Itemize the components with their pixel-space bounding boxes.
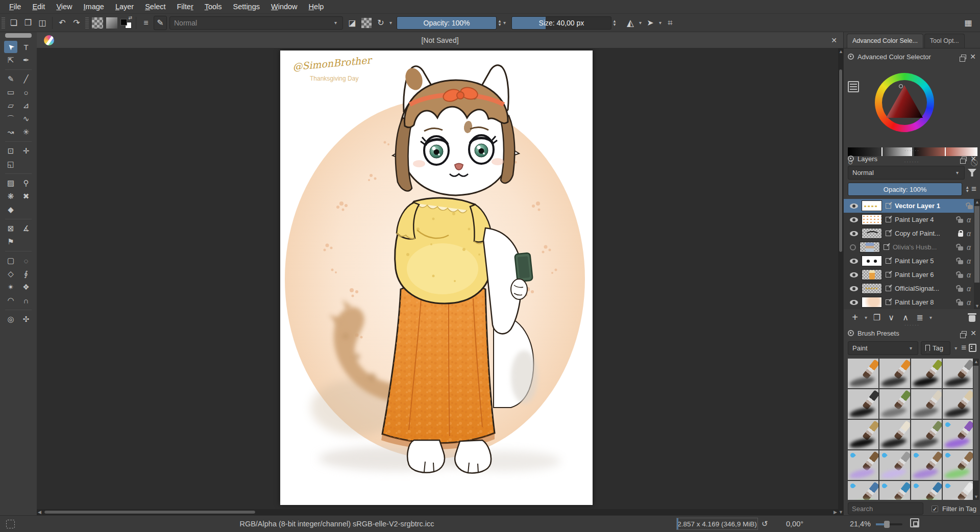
brush-preset-tile[interactable]	[879, 359, 910, 388]
layer-row[interactable]: Paint Layer 6α	[844, 268, 980, 282]
chevron-down-icon[interactable]: ▾	[929, 315, 932, 320]
mirror-vertical-icon[interactable]: ➤	[644, 16, 657, 30]
layer-list-scrollbar[interactable]: ▲ ▼	[974, 199, 980, 309]
reference-images-tool[interactable]: ⊠	[4, 222, 17, 235]
gradient-tool[interactable]: ▨	[4, 177, 17, 189]
menu-filter[interactable]: Filter	[172, 1, 198, 12]
layer-filter-icon[interactable]	[968, 169, 976, 176]
docker-float-icon[interactable]	[962, 331, 967, 336]
brush-preset-tile[interactable]	[911, 481, 942, 500]
layer-row[interactable]: Copy of Paint...α	[844, 226, 980, 240]
assistants-tool[interactable]: ⚑	[4, 236, 17, 248]
brush-preset-tile[interactable]	[943, 481, 973, 500]
horizontal-scrollbar[interactable]: ◀ ▶	[37, 509, 838, 515]
brush-preset-tile[interactable]	[911, 359, 942, 388]
add-layer-button[interactable]: +	[849, 312, 861, 323]
layer-row[interactable]: Paint Layer 5α	[844, 254, 980, 268]
delete-layer-button[interactable]	[969, 315, 975, 322]
line-tool[interactable]: ╱	[19, 73, 33, 85]
move-layer-down-button[interactable]: ∨	[885, 313, 897, 322]
dynamic-brush-tool[interactable]: ↝	[4, 126, 17, 138]
layer-lock-icon[interactable]	[958, 301, 963, 306]
brush-preset-tile[interactable]	[943, 359, 973, 388]
horizontal-scrollbar-thumb[interactable]	[44, 510, 256, 514]
layer-opacity-spinner[interactable]: ▲▼	[965, 186, 969, 193]
gradient-chooser-icon[interactable]	[105, 16, 118, 30]
select-freehand-tool[interactable]: ∮	[19, 268, 33, 280]
docker-lock-icon[interactable]	[848, 330, 854, 336]
select-magnetic-tool[interactable]: ∩	[19, 294, 33, 307]
brush-editor-icon[interactable]: ✎	[154, 16, 167, 30]
brush-preset-tile[interactable]	[848, 359, 878, 388]
docker-lock-icon[interactable]	[848, 156, 854, 162]
blend-mode-dropdown[interactable]: Normal ▾	[169, 16, 343, 30]
crop-tool[interactable]: ◱	[4, 158, 17, 170]
layer-visibility-toggle[interactable]	[850, 286, 858, 291]
docker-lock-icon[interactable]	[848, 54, 854, 60]
layer-visibility-toggle[interactable]	[850, 217, 858, 222]
eraser-mode-icon[interactable]: ◪	[346, 16, 359, 30]
layer-blend-mode-dropdown[interactable]: Normal ▾	[848, 166, 965, 180]
move-tool[interactable]: ✛	[19, 145, 33, 157]
menu-window[interactable]: Window	[266, 1, 303, 12]
brush-preset-tile[interactable]	[911, 389, 942, 419]
size-spinner[interactable]: ▲▼	[612, 19, 617, 27]
layer-lock-icon[interactable]	[958, 233, 963, 237]
tab-tool-options[interactable]: Tool Opt...	[924, 34, 965, 48]
docker-close-icon[interactable]: ✕	[970, 155, 976, 163]
smart-patch-tool[interactable]: ✖	[19, 190, 33, 202]
docker-float-icon[interactable]	[961, 55, 966, 59]
colorize-mask-tool[interactable]: ❋	[4, 190, 17, 202]
zoom-slider[interactable]	[876, 523, 902, 525]
opacity-slider[interactable]: Opacity: 100%	[397, 16, 497, 30]
polygon-tool[interactable]: ▱	[4, 99, 17, 112]
brush-preset-tile[interactable]	[943, 420, 973, 449]
brush-preset-tile[interactable]	[848, 481, 878, 500]
layer-row[interactable]: Olivia's Husb...α	[844, 240, 980, 254]
pan-tool[interactable]: ✣	[19, 313, 33, 325]
alpha-lock-icon[interactable]: α	[967, 285, 971, 293]
brush-preset-tile[interactable]	[911, 450, 942, 480]
canvas-page[interactable]: @SimonBrother Thanksgiving Day	[280, 50, 593, 505]
layer-lock-icon[interactable]	[958, 288, 963, 292]
alpha-lock-icon[interactable]: α	[967, 216, 971, 224]
brush-filter-dropdown[interactable]: Paint ▾	[848, 341, 918, 355]
zoom-tool[interactable]: ◎	[4, 313, 17, 325]
color-sampler-tool[interactable]: ⚲	[19, 177, 33, 189]
tab-advanced-color-selector[interactable]: Advanced Color Sele...	[847, 34, 923, 48]
filter-in-tag-checkbox[interactable]: ✓	[932, 505, 938, 512]
select-bezier-tool[interactable]: ◠	[4, 294, 17, 307]
vertical-scrollbar-thumb[interactable]	[839, 69, 843, 252]
brush-icon-view-icon[interactable]	[969, 344, 976, 352]
brush-preset-tile[interactable]	[943, 450, 973, 480]
brush-list-view-icon[interactable]: ≡	[961, 343, 966, 353]
brush-preset-tile[interactable]	[879, 450, 910, 480]
layer-visibility-toggle[interactable]	[850, 272, 858, 277]
layer-visibility-toggle[interactable]	[850, 259, 858, 264]
duplicate-layer-button[interactable]: ❐	[871, 313, 883, 322]
layer-lock-icon[interactable]	[968, 205, 973, 209]
layer-lock-icon[interactable]	[958, 219, 963, 223]
menu-image[interactable]: Image	[79, 1, 109, 12]
layer-visibility-toggle[interactable]	[850, 244, 856, 250]
multibrush-tool[interactable]: ✳	[19, 126, 33, 138]
layer-visibility-toggle[interactable]	[850, 204, 858, 209]
freehand-brush-tool[interactable]: ✎	[4, 73, 17, 85]
layer-properties-button[interactable]: ≣	[914, 313, 926, 322]
brush-preset-tile[interactable]	[879, 420, 910, 449]
layer-row[interactable]: OfficialSignat...α	[844, 282, 980, 295]
select-polygonal-tool[interactable]: ◇	[4, 268, 17, 280]
menu-help[interactable]: Help	[304, 1, 329, 12]
menu-edit[interactable]: Edit	[27, 1, 50, 12]
text-tool[interactable]: T	[19, 41, 33, 53]
select-contiguous-tool[interactable]: ✴	[4, 281, 17, 293]
transform-tool[interactable]: ⊡	[4, 145, 17, 157]
select-rectangular-tool[interactable]: ▢	[4, 255, 17, 267]
layer-visibility-toggle[interactable]	[850, 300, 858, 305]
canvas-viewport[interactable]: @SimonBrother Thanksgiving Day	[37, 48, 838, 509]
undo-icon[interactable]: ↶	[56, 16, 69, 30]
pattern-icon[interactable]	[91, 16, 104, 30]
chevron-down-icon[interactable]: ▾	[639, 20, 642, 26]
opacity-spinner[interactable]: ▲▼	[498, 19, 502, 27]
layer-row[interactable]: Vector Layer 1α	[844, 199, 980, 213]
